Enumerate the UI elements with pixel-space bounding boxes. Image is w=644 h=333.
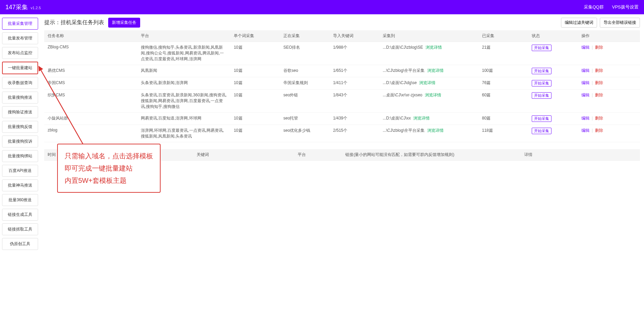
sidebar-item-1[interactable]: 批量发布管理: [2, 32, 38, 44]
cell-name: zblog: [44, 125, 137, 142]
start-collect-button[interactable]: 开始采集: [532, 115, 551, 122]
start-collect-button[interactable]: 开始采集: [532, 92, 551, 99]
cell-name: 帝国CMS: [44, 77, 137, 90]
sidebar-item-4[interactable]: 收录数据查询: [2, 77, 38, 89]
delete-link[interactable]: 删除: [595, 68, 603, 73]
col-header: 任务名称: [44, 30, 137, 42]
cell-ops: 编辑｜删除: [578, 125, 640, 142]
table-row: zblog澎湃网,环球网,百度最资讯,一点资讯,网易资讯,搜狐新闻,凤凰新闻,头…: [44, 125, 640, 142]
cell-imported: 1/439个: [330, 113, 379, 125]
cell-collected: 60篇: [479, 90, 528, 113]
cell-collecting: seo外链: [280, 90, 330, 113]
sidebar-item-6[interactable]: 搜狗验证推送: [2, 106, 38, 118]
app-header: 147采集 v1.2.5 采集QQ群 VPS拨号设置: [0, 0, 644, 14]
delete-link[interactable]: 删除: [595, 93, 603, 97]
table-row: 小旋风站群网易资讯,百度知道,澎湃网,环球网10篇seo托管1/439个...D…: [44, 113, 640, 125]
sidebar-item-2[interactable]: 发布站点监控: [2, 47, 38, 59]
cell-status: 开始采集: [528, 42, 578, 65]
col-header: 操作: [578, 30, 640, 42]
sidebar-item-11[interactable]: 批量神马推送: [2, 179, 38, 191]
col-header: 详情: [521, 149, 640, 161]
col-header: 状态: [528, 30, 578, 42]
sidebar-item-12[interactable]: 批量360推送: [2, 194, 38, 206]
export-errors-button[interactable]: 导出全部错误链接: [600, 18, 640, 28]
sidebar-item-13[interactable]: 链接生成工具: [2, 209, 38, 221]
cell-imported: 1/411个: [330, 77, 379, 90]
filter-keywords-button[interactable]: 编辑过滤关键词: [561, 18, 597, 28]
detail-link[interactable]: 浏览详情: [419, 80, 435, 85]
edit-link[interactable]: 编辑: [581, 68, 590, 73]
table-row: ZBlog-CMS搜狗微信,搜狗知乎,头条资讯,新浪新闻,凤凰新闻,搜狗公众号,…: [44, 42, 640, 65]
cell-imported: 1/651个: [330, 65, 379, 77]
cell-status: 开始采集: [528, 113, 578, 125]
cell-status: 开始采集: [528, 125, 578, 142]
cell-platform: 头条资讯,百度资讯,新浪新闻,360新闻,搜狗资讯,搜狐新闻,网易资讯,澎湃网,…: [137, 90, 231, 113]
edit-link[interactable]: 编辑: [581, 93, 590, 97]
detail-link[interactable]: 浏览详情: [427, 68, 444, 73]
edit-link[interactable]: 编辑: [581, 80, 590, 85]
table-row: 帝国CMS头条资讯,新浪新闻,澎湃网10篇帝国采集规则1/411个...D:\桌…: [44, 77, 640, 90]
col-header: 链接(量小的网站可能没有匹配，如需要可群内反馈增加规则): [342, 149, 521, 161]
table-row: 易优CMS凤凰新闻10篇谷歌seo1/651个...\CJ\zblog\全平台采…: [44, 65, 640, 77]
start-collect-button[interactable]: 开始采集: [532, 68, 551, 74]
col-header: 正在采集: [280, 30, 330, 42]
sidebar-item-15[interactable]: 伪原创工具: [2, 238, 38, 250]
cell-collecting: seo托管: [280, 113, 330, 125]
delete-link[interactable]: 删除: [595, 80, 603, 85]
new-task-button[interactable]: 新增采集任务: [108, 18, 140, 28]
cell-per: 10篇: [230, 77, 280, 90]
start-collect-button[interactable]: 开始采集: [532, 80, 551, 86]
cell-status: 开始采集: [528, 77, 578, 90]
cell-imported: 1/988个: [330, 42, 379, 65]
edit-link[interactable]: 编辑: [581, 128, 590, 133]
delete-link[interactable]: 删除: [595, 45, 603, 50]
cell-imported: 1/843个: [330, 90, 379, 113]
cell-collected: 76篇: [479, 77, 528, 90]
cell-platform: 凤凰新闻: [137, 65, 231, 77]
delete-link[interactable]: 删除: [595, 116, 603, 121]
cell-platform: 搜狗微信,搜狗知乎,头条资讯,新浪新闻,凤凰新闻,搜狗公众号,搜狐新闻,网易资讯…: [137, 42, 231, 65]
cell-path: ...D:\桌面\CJ\dg\se 浏览详情: [379, 77, 479, 90]
sidebar-item-7[interactable]: 批量搜狗反馈: [2, 121, 38, 133]
page-title: 提示：挂机采集任务列表: [44, 19, 104, 26]
edit-link[interactable]: 编辑: [581, 116, 590, 121]
start-collect-button[interactable]: 开始采集: [532, 128, 551, 134]
cell-path: ...\CJ\zblog\全平台采集 浏览详情: [379, 125, 479, 142]
cell-status: 开始采集: [528, 90, 578, 113]
cell-path: ...\CJ\zblog\全平台采集 浏览详情: [379, 65, 479, 77]
sidebar-item-3[interactable]: 一键批量建站: [2, 62, 38, 74]
cell-name: 小旋风站群: [44, 113, 137, 125]
detail-link[interactable]: 浏览详情: [426, 45, 442, 50]
cell-per: 10篇: [230, 42, 280, 65]
detail-link[interactable]: 浏览详情: [425, 93, 441, 97]
delete-link[interactable]: 删除: [595, 128, 603, 133]
header-link-qq[interactable]: 采集QQ群: [584, 4, 604, 10]
sidebar-item-0[interactable]: 批量采集管理: [2, 18, 38, 30]
start-collect-button[interactable]: 开始采集: [532, 45, 551, 51]
col-header: 平台: [294, 149, 342, 161]
sidebar-item-5[interactable]: 批量搜狗推送: [2, 92, 38, 104]
sidebar-item-14[interactable]: 链接抓取工具: [2, 223, 38, 235]
cell-platform: 头条资讯,新浪新闻,澎湃网: [137, 77, 231, 90]
edit-link[interactable]: 编辑: [581, 45, 590, 50]
cell-ops: 编辑｜删除: [578, 113, 640, 125]
cell-ops: 编辑｜删除: [578, 77, 640, 90]
sidebar-item-10[interactable]: 百度API推送: [2, 165, 38, 177]
cell-imported: 2/515个: [330, 125, 379, 142]
sidebar-item-9[interactable]: 批量搜狗绑站: [2, 150, 38, 162]
cell-collected: 21篇: [479, 42, 528, 65]
cell-name: 易优CMS: [44, 65, 137, 77]
cell-ops: 编辑｜删除: [578, 42, 640, 65]
app-version: v1.2.5: [31, 6, 41, 10]
col-header: 单个词采集: [230, 30, 280, 42]
detail-link[interactable]: 浏览详情: [427, 128, 444, 133]
cell-collecting: seo优化多少钱: [280, 125, 330, 142]
annotation-callout: 只需输入域名，点击选择模板 即可完成一键批量建站 内置5W+套模板主题: [57, 144, 161, 193]
cell-name: 织梦CMS: [44, 90, 137, 113]
cell-collected: 118篇: [479, 125, 528, 142]
header-link-vps[interactable]: VPS拨号设置: [612, 4, 639, 10]
detail-link[interactable]: 浏览详情: [413, 116, 430, 121]
sidebar-item-8[interactable]: 批量搜狗投诉: [2, 136, 38, 147]
cell-ops: 编辑｜删除: [578, 65, 640, 77]
col-header: 关键词: [193, 149, 295, 161]
